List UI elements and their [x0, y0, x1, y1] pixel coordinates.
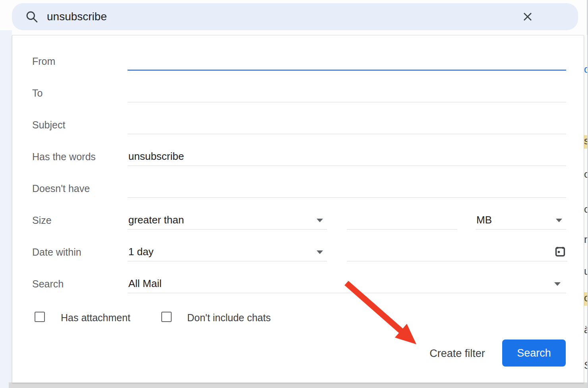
search-scope-value: All Mail [128, 277, 162, 289]
background-text-fragment: u [584, 266, 587, 275]
date-within-label: Date within [32, 242, 81, 262]
doesnt-have-field[interactable] [128, 179, 566, 198]
to-value [128, 87, 128, 99]
size-amount-value [347, 214, 348, 226]
search-icon[interactable] [25, 10, 39, 25]
background-text-fragment: d [584, 64, 587, 76]
advanced-search-panel: From To Subject Has the words unsubscrib… [12, 35, 584, 383]
row-date-within: Date within 1 day [12, 242, 584, 262]
size-label: Size [32, 211, 52, 230]
search-scope-label: Search [32, 274, 64, 293]
create-filter-button[interactable]: Create filter [414, 340, 501, 367]
has-attachment-label: Has attachment [61, 307, 130, 328]
row-from: From [12, 52, 584, 71]
page-background-left [0, 30, 12, 388]
background-page-sliver: d s o c n u o ä S [584, 35, 587, 382]
checkbox-row: Has attachment Don't include chats [12, 307, 584, 328]
gmail-search-bar[interactable]: unsubscribe [12, 3, 578, 30]
row-to: To [12, 83, 584, 103]
background-text-fragment: c [584, 204, 587, 213]
size-unit-dropdown[interactable]: MB [476, 211, 566, 230]
has-attachment-checkbox[interactable] [35, 312, 45, 322]
calendar-icon[interactable] [554, 245, 567, 264]
search-scope-dropdown[interactable]: All Mail [128, 274, 566, 293]
has-words-label: Has the words [32, 147, 96, 166]
row-subject: Subject [12, 115, 584, 134]
subject-field[interactable] [128, 115, 566, 134]
date-range-value: 1 day [128, 246, 154, 258]
chevron-down-icon [317, 250, 323, 254]
size-amount-field[interactable] [347, 211, 457, 230]
dont-include-chats-label: Don't include chats [187, 307, 271, 328]
background-text-fragment: ä [584, 324, 587, 334]
doesnt-have-label: Doesn't have [32, 179, 90, 198]
search-input[interactable]: unsubscribe [47, 3, 107, 30]
background-text-fragment: o [584, 292, 587, 306]
panel-bottom-shadow [9, 382, 588, 388]
to-field[interactable] [128, 83, 566, 103]
row-has-words: Has the words unsubscribe [12, 147, 584, 166]
from-value [128, 55, 128, 67]
row-doesnt-have: Doesn't have [12, 179, 584, 198]
background-text-fragment: S [584, 360, 587, 370]
from-field[interactable] [128, 52, 566, 71]
size-operator-dropdown[interactable]: greater than [128, 211, 327, 230]
close-icon[interactable] [520, 10, 535, 25]
search-button[interactable]: Search [502, 340, 566, 367]
subject-label: Subject [32, 115, 65, 134]
subject-value [128, 118, 128, 130]
has-words-value: unsubscribe [128, 150, 184, 162]
row-size: Size greater than MB [12, 211, 584, 230]
to-label: To [32, 83, 43, 103]
date-range-dropdown[interactable]: 1 day [128, 242, 327, 262]
chevron-down-icon [554, 282, 561, 286]
dont-include-chats-checkbox[interactable] [161, 312, 172, 322]
date-picker-value [347, 246, 348, 258]
background-text-fragment: n [584, 234, 587, 243]
row-search-scope: Search All Mail [12, 274, 584, 293]
doesnt-have-value [128, 182, 128, 194]
has-words-field[interactable]: unsubscribe [128, 147, 566, 166]
chevron-down-icon [556, 219, 562, 222]
background-text-fragment: s [584, 135, 587, 149]
size-unit-value: MB [476, 214, 492, 226]
chevron-down-icon [317, 219, 323, 222]
date-picker-field[interactable] [347, 242, 567, 262]
background-text-fragment: o [584, 169, 587, 179]
from-label: From [32, 52, 55, 71]
size-operator-value: greater than [128, 214, 184, 226]
